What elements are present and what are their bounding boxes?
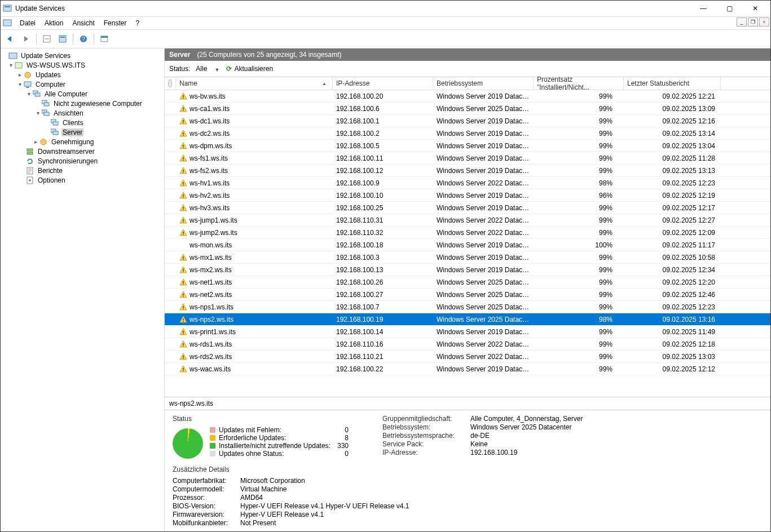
table-row[interactable]: ws-dc1.ws.its192.168.100.1Windows Server… [165,115,770,127]
tree-optionen[interactable]: Optionen [37,176,67,184]
cell-date: 09.02.2025 12:09 [624,229,721,237]
col-icon[interactable]: i [165,77,176,90]
table-row[interactable]: ws-hv3.ws.its192.168.100.25Windows Serve… [165,202,770,214]
cell-date: 09.02.2025 12:21 [624,92,721,100]
table-row[interactable]: ws-rds2.ws.its192.168.110.21Windows Serv… [165,351,770,363]
svg-rect-20 [44,112,49,116]
table-row[interactable]: ws-fs2.ws.its192.168.100.12Windows Serve… [165,165,770,177]
table-row[interactable]: ws-bv.ws.its192.168.100.20Windows Server… [165,90,770,103]
svg-rect-73 [183,368,183,370]
col-date[interactable]: Letzter Statusbericht [624,77,721,90]
warning-icon [179,278,187,286]
forward-button[interactable] [19,32,33,46]
back-button[interactable] [3,32,17,46]
expand-icon[interactable]: ▸ [32,139,39,145]
cell-date: 09.02.2025 11:28 [624,154,721,162]
svg-rect-71 [183,356,183,358]
table-row[interactable]: ws-jump2.ws.its192.168.110.32Windows Ser… [165,227,770,239]
table-row[interactable]: ws-nps1.ws.its192.168.100.7Windows Serve… [165,301,770,313]
svg-rect-1 [5,6,10,7]
table-row[interactable]: ws-hv1.ws.its192.168.100.9Windows Server… [165,177,770,189]
cell-os: Windows Server 2019 Datacenter [433,142,534,150]
table-row[interactable]: ws-wac.ws.its192.168.100.22Windows Serve… [165,363,770,375]
close-button[interactable]: ✕ [742,1,768,16]
status-pie-chart [173,428,203,459]
tree-computer[interactable]: Computer [34,81,67,88]
refresh-button[interactable]: ⟳ Aktualisieren [226,65,273,73]
list-body[interactable]: ws-bv.ws.its192.168.100.20Windows Server… [165,90,770,397]
warning-icon [179,192,187,200]
computers-group-icon [41,99,50,108]
cell-name: ws-fs2.ws.its [190,167,228,175]
tree-genehmigung[interactable]: Genehmigung [50,138,95,146]
titlebar: Update Services — ▢ ✕ [1,1,770,17]
menu-fenster[interactable]: Fenster [99,18,131,28]
table-row[interactable]: ws-hv2.ws.its192.168.100.10Windows Serve… [165,189,770,202]
table-row[interactable]: ws-mx2.ws.its192.168.100.13Windows Serve… [165,264,770,276]
tree-server[interactable]: WS-WSUS.WS.ITS [25,61,86,69]
table-row[interactable]: ws-dc2.ws.its192.168.100.2Windows Server… [165,127,770,140]
minimize-button[interactable]: — [690,1,716,16]
mdi-restore-button[interactable]: ❐ [748,17,758,26]
cell-date: 09.02.2025 13:09 [624,105,721,113]
table-row[interactable]: ws-mx1.ws.its192.168.100.3Windows Server… [165,251,770,264]
collapse-icon[interactable]: ▾ [16,81,23,87]
tree-sync[interactable]: Synchronisierungen [37,157,99,165]
menu-datei[interactable]: Datei [15,18,40,28]
legend-swatch-required [210,435,215,441]
warning-icon [179,365,187,373]
cell-ip: 192.168.110.31 [333,216,433,224]
collapse-icon[interactable]: ▾ [34,110,41,116]
table-row[interactable]: ws-ca1.ws.its192.168.100.6Windows Server… [165,103,770,115]
help-button[interactable]: ? [76,32,91,46]
status-dropdown[interactable]: Alle [193,64,223,74]
tree-berichte[interactable]: Berichte [37,167,64,175]
table-row[interactable]: ws-nps2.ws.its192.168.100.19Windows Serv… [165,313,770,326]
cell-os: Windows Server 2019 Datacenter [433,192,534,200]
menu-ansicht[interactable]: Ansicht [68,18,99,28]
expand-icon[interactable]: ▸ [16,72,23,78]
toolbar-properties-button[interactable] [55,32,70,46]
svg-rect-9 [101,36,108,38]
nav-tree[interactable]: Update Services ▾WS-WSUS.WS.ITS ▸Updates… [1,48,165,531]
tree-nicht-zugewiesene[interactable]: Nicht zugewiesene Computer [52,100,143,108]
mdi-minimize-button[interactable]: _ [737,17,747,26]
tree-root[interactable]: Update Services [20,52,72,60]
svg-rect-60 [183,283,183,284]
cell-pct: 99% [534,340,624,348]
col-ip[interactable]: IP-Adresse [333,77,433,90]
col-name[interactable]: Name▲ [176,77,333,90]
table-row[interactable]: ws-rds1.ws.its192.168.110.16Windows Serv… [165,338,770,351]
menu-help[interactable]: ? [131,18,144,28]
app-menu-icon [3,19,12,28]
table-row[interactable]: ws-mon.ws.its192.168.100.18Windows Serve… [165,239,770,251]
tree-downstream[interactable]: Downstreamserver [37,148,96,156]
tree-server-view[interactable]: Server [61,128,83,136]
collapse-icon[interactable]: ▾ [25,91,32,97]
col-pct[interactable]: Prozentsatz "Installiert/Nicht... [534,77,624,90]
tree-alle-computer[interactable]: Alle Computer [43,90,89,98]
cell-os: Windows Server 2019 Datacenter [433,254,534,261]
maximize-button[interactable]: ▢ [716,1,742,16]
table-row[interactable]: ws-fs1.ws.its192.168.100.11Windows Serve… [165,152,770,165]
toolbar-extra-button[interactable] [97,32,112,46]
expand-icon[interactable]: ▾ [7,62,14,68]
table-row[interactable]: ws-dpm.ws.its192.168.100.5Windows Server… [165,140,770,152]
cell-ip: 192.168.100.19 [333,316,433,323]
table-row[interactable]: ws-jump1.ws.its192.168.110.31Windows Ser… [165,214,770,227]
toolbar-action-button[interactable] [39,32,54,46]
mdi-close-button[interactable]: × [759,17,769,26]
svg-rect-54 [183,234,183,234]
cell-name: ws-nps2.ws.its [190,316,233,323]
table-row[interactable]: ws-net1.ws.its192.168.100.26Windows Serv… [165,276,770,289]
col-os[interactable]: Betriebssystem [433,77,534,90]
table-row[interactable]: ws-print1.ws.its192.168.100.14Windows Se… [165,326,770,338]
svg-rect-31 [183,95,183,97]
cell-date: 09.02.2025 12:18 [624,340,721,348]
tree-updates[interactable]: Updates [34,71,62,79]
menu-aktion[interactable]: Aktion [40,18,68,28]
cell-pct: 99% [534,353,624,361]
table-row[interactable]: ws-net2.ws.its192.168.100.27Windows Serv… [165,289,770,301]
tree-clients[interactable]: Clients [61,119,85,127]
tree-ansichten[interactable]: Ansichten [52,109,85,117]
